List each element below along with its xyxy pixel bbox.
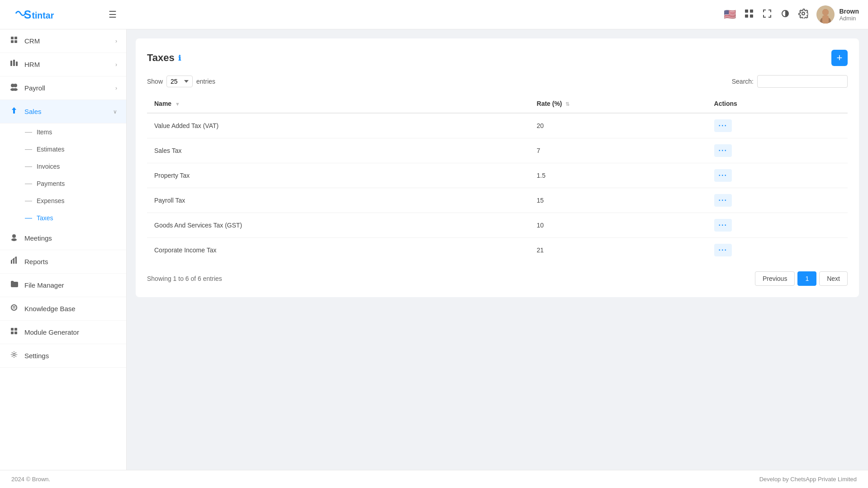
page-1-button[interactable]: 1: [797, 271, 816, 286]
sidebar: CRM › HRM ›: [0, 29, 127, 470]
svg-rect-4: [745, 14, 748, 18]
header-left: S tintar ☰: [9, 5, 117, 24]
footer: 2024 © Brown. Develop by ChetsApp Privat…: [0, 470, 868, 488]
page-title-row: Taxes ℹ +: [147, 50, 848, 66]
sidebar-item-file-manager[interactable]: File Manager: [0, 274, 126, 297]
sidebar-item-taxes[interactable]: — Taxes: [25, 209, 126, 227]
svg-rect-27: [15, 257, 17, 264]
avatar: [816, 5, 835, 24]
search-input[interactable]: [757, 75, 848, 88]
tax-actions: ···: [707, 113, 848, 138]
tax-rate: 15: [530, 188, 707, 213]
sidebar-item-sales[interactable]: Sales ∨: [0, 100, 126, 123]
svg-point-22: [13, 88, 18, 91]
sidebar-item-estimates[interactable]: — Estimates: [25, 141, 126, 158]
tax-actions: ···: [707, 163, 848, 188]
sidebar-item-knowledge-base-label: Knowledge Base: [24, 305, 76, 313]
sidebar-item-knowledge-base[interactable]: Knowledge Base: [0, 297, 126, 321]
tax-rate: 20: [530, 113, 707, 138]
header-right: 🇺🇸: [724, 5, 859, 24]
svg-rect-15: [14, 40, 17, 43]
pagination-buttons: Previous 1 Next: [755, 271, 848, 286]
sidebar-item-invoices[interactable]: — Invoices: [25, 158, 126, 175]
sidebar-item-hrm-label: HRM: [24, 61, 40, 68]
pagination-info: Showing 1 to 6 of 6 entries: [147, 275, 222, 282]
footer-copyright: 2024 © Brown.: [11, 476, 50, 483]
tax-action-button[interactable]: ···: [714, 219, 732, 232]
sidebar-item-items[interactable]: — Items: [25, 123, 126, 141]
tax-name: Sales Tax: [147, 138, 530, 163]
logo: S tintar: [9, 5, 100, 24]
sidebar-item-crm[interactable]: CRM ›: [0, 29, 126, 53]
table-row: Property Tax 1.5 ···: [147, 163, 848, 188]
search-label: Search:: [732, 78, 754, 85]
settings-icon[interactable]: [798, 9, 808, 21]
sidebar-item-meetings[interactable]: Meetings: [0, 227, 126, 250]
sidebar-item-items-label: Items: [37, 128, 52, 136]
dark-mode-icon[interactable]: [780, 9, 790, 21]
col-actions: Actions: [707, 95, 848, 113]
knowledge-base-icon: [9, 303, 19, 314]
next-button[interactable]: Next: [819, 271, 848, 286]
show-label: Show: [147, 78, 163, 85]
user-role: Admin: [839, 15, 859, 22]
hamburger-icon[interactable]: ☰: [109, 9, 117, 20]
estimates-dash: —: [25, 145, 32, 153]
tax-rate: 10: [530, 213, 707, 238]
svg-rect-14: [11, 40, 14, 43]
entries-label: entries: [196, 78, 215, 85]
sidebar-item-settings[interactable]: Settings: [0, 344, 126, 368]
svg-rect-5: [750, 14, 753, 18]
reports-icon: [9, 256, 19, 267]
sidebar-item-reports-label: Reports: [24, 258, 48, 265]
sidebar-item-hrm[interactable]: HRM ›: [0, 53, 126, 76]
entries-select[interactable]: 102550100: [166, 76, 193, 87]
tax-action-button[interactable]: ···: [714, 144, 732, 157]
sidebar-item-module-generator-label: Module Generator: [24, 328, 79, 336]
previous-button[interactable]: Previous: [755, 271, 795, 286]
page-title: Taxes ℹ: [147, 52, 181, 64]
flag-icon[interactable]: 🇺🇸: [724, 9, 736, 20]
apps-icon[interactable]: [744, 9, 754, 21]
sales-icon: [9, 106, 19, 117]
svg-rect-12: [11, 37, 14, 39]
col-rate: Rate (%) ⇅: [530, 95, 707, 113]
sidebar-item-module-generator[interactable]: Module Generator: [0, 321, 126, 344]
header: S tintar ☰ 🇺🇸: [0, 0, 868, 29]
crm-chevron-icon: ›: [115, 38, 117, 44]
sidebar-item-expenses[interactable]: — Expenses: [25, 192, 126, 209]
svg-rect-13: [14, 37, 17, 39]
info-icon[interactable]: ℹ: [178, 54, 181, 62]
crm-icon: [9, 36, 19, 46]
svg-text:tintar: tintar: [32, 10, 54, 20]
tax-name: Property Tax: [147, 163, 530, 188]
expenses-dash: —: [25, 197, 32, 205]
file-manager-icon: [9, 280, 19, 290]
tax-actions: ···: [707, 238, 848, 263]
search-row: Search:: [732, 75, 848, 88]
settings-nav-icon: [9, 351, 19, 361]
main-layout: CRM › HRM ›: [0, 29, 868, 470]
payroll-chevron-icon: ›: [115, 85, 117, 91]
items-dash: —: [25, 128, 32, 136]
fullscreen-icon[interactable]: [762, 9, 772, 21]
tax-action-button[interactable]: ···: [714, 169, 732, 182]
svg-rect-3: [750, 9, 753, 13]
user-info[interactable]: Brown Admin: [816, 5, 859, 24]
tax-action-button[interactable]: ···: [714, 194, 732, 207]
taxes-dash: —: [25, 214, 32, 222]
name-sort-icon[interactable]: ▼: [175, 101, 180, 107]
sidebar-item-payroll[interactable]: Payroll ›: [0, 76, 126, 100]
content-area: Taxes ℹ + Show 102550100 entries Search:: [127, 29, 868, 470]
sidebar-item-reports[interactable]: Reports: [0, 250, 126, 274]
tax-actions: ···: [707, 188, 848, 213]
add-tax-button[interactable]: +: [831, 50, 848, 66]
sidebar-item-taxes-label: Taxes: [37, 214, 53, 222]
rate-sort-icon[interactable]: ⇅: [565, 101, 569, 107]
invoices-dash: —: [25, 162, 32, 171]
tax-action-button[interactable]: ···: [714, 119, 732, 132]
sidebar-item-payments[interactable]: — Payments: [25, 175, 126, 192]
sidebar-item-expenses-label: Expenses: [37, 197, 64, 204]
meetings-icon: [9, 233, 19, 243]
tax-action-button[interactable]: ···: [714, 244, 732, 256]
